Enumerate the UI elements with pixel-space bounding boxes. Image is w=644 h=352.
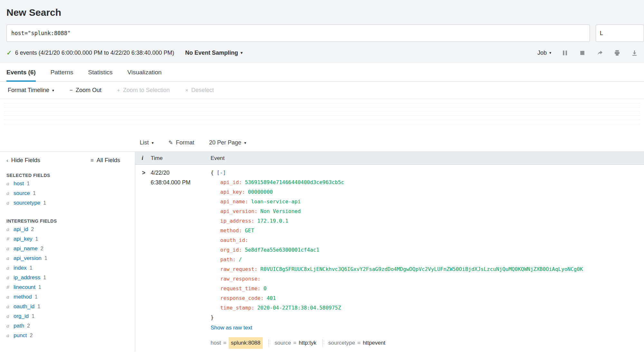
event-sampling-dropdown[interactable]: No Event Sampling ▾ <box>185 50 242 56</box>
tab-visualization[interactable]: Visualization <box>128 63 162 81</box>
per-page-dropdown[interactable]: 20 Per Page ▾ <box>209 139 246 146</box>
share-icon <box>596 50 603 56</box>
field-link-linecount[interactable]: linecount <box>14 284 35 291</box>
colon: : <box>254 266 258 272</box>
print-button[interactable] <box>613 49 621 57</box>
json-key: response_code <box>220 295 260 301</box>
field-link-oauth-id[interactable]: oauth_id <box>14 303 34 310</box>
field-link-index[interactable]: index <box>14 265 27 271</box>
json-value[interactable]: / <box>239 256 242 263</box>
field-link-api-key[interactable]: api_key <box>14 236 33 242</box>
list-view-dropdown[interactable]: List ▾ <box>140 139 154 146</box>
field-link-ip-address[interactable]: ip_address <box>14 274 40 281</box>
field-count: 1 <box>37 304 40 310</box>
field-count: 1 <box>30 265 33 271</box>
time-column-header: Time <box>151 155 211 162</box>
format-button[interactable]: ✎ Format <box>168 139 194 146</box>
field-link-host[interactable]: host <box>14 181 24 187</box>
json-key: api_id <box>220 179 239 185</box>
selected-fields-header: SELECTED FIELDS <box>6 173 135 178</box>
json-value[interactable]: 172.19.0.1 <box>257 218 288 224</box>
json-value[interactable]: 5e8df7ea55e6300001cf4ac1 <box>245 247 319 253</box>
field-link-source[interactable]: source <box>14 190 30 197</box>
colon: : <box>242 189 245 195</box>
zoom-out-label: Zoom Out <box>76 87 101 94</box>
timeline-toolbar: Format Timeline ▾ − Zoom Out + Zoom to S… <box>0 82 644 99</box>
deselect-button[interactable]: × Deselect <box>185 87 214 94</box>
per-page-label: 20 Per Page <box>209 139 241 146</box>
expand-chevron-icon: > <box>142 170 146 176</box>
json-value[interactable]: 0 <box>263 285 267 292</box>
search-header: New Search L ✓ 6 events (4/21/20 6:00:00… <box>0 0 644 63</box>
json-value[interactable]: 2020-04-22T18:38:04.580975Z <box>257 305 341 311</box>
time-range-picker[interactable]: L <box>596 24 644 42</box>
expand-event-button[interactable]: > <box>135 168 151 349</box>
field-row: asourcetype1 <box>6 200 135 209</box>
footer-separator <box>269 339 269 347</box>
colon: : <box>239 227 242 234</box>
tab-events[interactable]: Events (6) <box>6 63 36 81</box>
tab-label: Statistics <box>88 69 113 76</box>
list-icon: ≡ <box>90 157 94 164</box>
job-controls: Job ▾ <box>537 49 638 57</box>
field-count: 2 <box>27 323 30 329</box>
event-column-header: Event <box>211 155 644 162</box>
timeline-chart[interactable] <box>4 103 640 125</box>
format-timeline-dropdown[interactable]: Format Timeline ▾ <box>8 87 54 94</box>
all-fields-button[interactable]: ≡ All Fields <box>90 157 120 164</box>
json-value[interactable]: R0VUIC8gSFRUUC8xLjENCkhvc3Q6IGxvY2FsaG9z… <box>260 266 583 272</box>
show-raw-text-link[interactable]: Show as raw text <box>211 323 252 333</box>
field-link-sourcetype[interactable]: sourcetype <box>14 200 40 206</box>
caret-down-icon: ▾ <box>52 88 54 93</box>
footer-field-value-source[interactable]: http:tyk <box>299 338 317 348</box>
collapse-json-button[interactable]: [-] <box>217 170 226 176</box>
field-link-api-name[interactable]: api_name <box>14 245 38 252</box>
json-key: api_version <box>220 208 254 214</box>
print-icon <box>614 50 620 56</box>
deselect-label: Deselect <box>191 87 214 94</box>
stop-button[interactable] <box>578 49 586 57</box>
hide-fields-button[interactable]: ‹ Hide Fields <box>6 157 40 164</box>
field-link-punct[interactable]: punct <box>14 332 27 339</box>
field-link-method[interactable]: method <box>14 294 32 300</box>
footer-field-label: sourcetype <box>328 338 355 348</box>
field-row: ahost1 <box>6 181 135 190</box>
json-value[interactable]: GET <box>245 227 254 234</box>
format-timeline-label: Format Timeline <box>8 87 49 94</box>
field-link-org-id[interactable]: org_id <box>14 313 29 320</box>
field-type-icon: a <box>6 323 11 329</box>
zoom-out-button[interactable]: − Zoom Out <box>70 87 101 94</box>
field-link-api-version[interactable]: api_version <box>14 255 42 262</box>
footer-field-value-host[interactable]: splunk:8088 <box>229 337 263 349</box>
caret-down-icon: ▾ <box>244 141 246 145</box>
open-brace: { <box>211 170 214 176</box>
json-value[interactable]: 00000000 <box>248 189 273 195</box>
download-button[interactable] <box>630 49 638 57</box>
tab-statistics[interactable]: Statistics <box>88 63 113 81</box>
footer-field-value-sourcetype[interactable]: httpevent <box>363 338 385 348</box>
results-tabs: Events (6) Patterns Statistics Visualiza… <box>0 63 644 82</box>
field-row: aorg_id1 <box>6 313 135 323</box>
field-link-api-id[interactable]: api_id <box>14 226 28 233</box>
pause-button[interactable] <box>561 49 569 57</box>
colon: : <box>245 237 248 243</box>
json-value[interactable]: 536915894e71466440400d3ce963cb5c <box>245 179 344 185</box>
json-value[interactable]: Non Versioned <box>260 208 301 214</box>
json-value[interactable]: 401 <box>267 295 276 301</box>
json-key: request_time <box>220 285 258 292</box>
field-count: 1 <box>43 200 46 206</box>
field-link-path[interactable]: path <box>14 323 24 329</box>
field-count: 2 <box>41 246 43 252</box>
equals-sign: = <box>293 338 297 348</box>
json-value[interactable]: loan-service-api <box>251 199 301 205</box>
zoom-to-selection-button[interactable]: + Zoom to Selection <box>117 87 170 94</box>
field-row: aip_address1 <box>6 274 135 284</box>
tab-patterns[interactable]: Patterns <box>51 63 73 81</box>
search-input[interactable] <box>6 24 590 42</box>
field-type-icon: a <box>6 200 11 206</box>
colon: : <box>260 295 264 301</box>
share-button[interactable] <box>596 49 603 57</box>
json-field: method:GET <box>211 226 644 236</box>
field-count: 1 <box>35 236 38 242</box>
job-dropdown[interactable]: Job ▾ <box>537 50 551 56</box>
